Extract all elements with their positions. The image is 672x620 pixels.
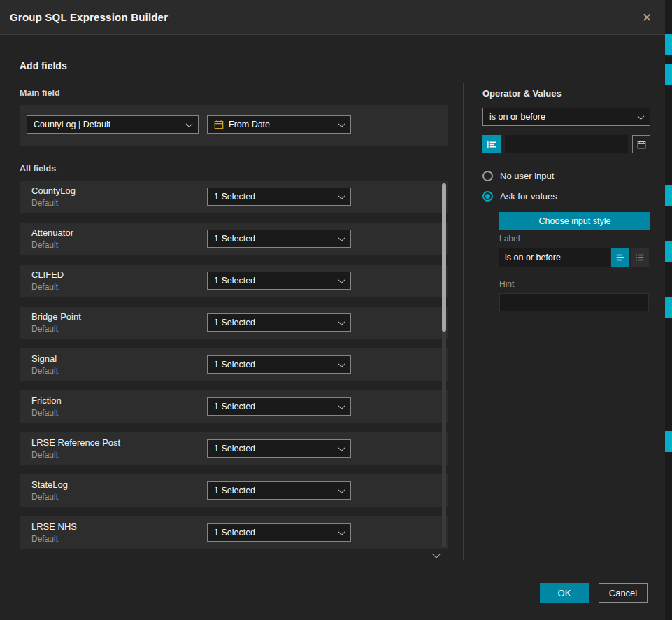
layer-select-value: CountyLog | Default: [34, 120, 110, 129]
field-row: CLIFED Default 1 Selected: [20, 265, 448, 297]
field-selected-dropdown[interactable]: 1 Selected: [207, 523, 351, 542]
hint-input-wrap: [499, 293, 649, 311]
set-from-field-icon: [487, 139, 497, 150]
field-selected-value: 1 Selected: [214, 402, 255, 411]
background-accent-fragment: [665, 431, 672, 452]
label-input[interactable]: [499, 248, 610, 267]
chevron-down-icon: [638, 113, 645, 120]
field-selected-dropdown[interactable]: 1 Selected: [207, 230, 351, 248]
background-accent-fragment: [665, 185, 672, 206]
background-accent-fragment: [665, 64, 672, 85]
chevron-down-icon: [338, 192, 345, 199]
field-row: LRSE NHS Default 1 Selected: [20, 516, 448, 549]
field-selected-dropdown[interactable]: 1 Selected: [207, 355, 351, 374]
background-app-edge: [665, 0, 672, 620]
add-fields-heading: Add fields: [20, 60, 67, 71]
calendar-icon: [637, 140, 646, 149]
field-selected-dropdown[interactable]: 1 Selected: [207, 481, 351, 500]
radio-label: No user input: [500, 171, 554, 181]
chevron-down-icon: [338, 276, 345, 283]
chevron-down-icon: [338, 120, 345, 127]
hint-input[interactable]: [499, 293, 649, 311]
value-row: [482, 135, 650, 153]
radio-unchecked-icon: [482, 171, 493, 181]
chevron-down-icon: [338, 360, 345, 367]
operator-values-panel: Operator & Values is on or before: [482, 0, 650, 620]
group-sql-expression-builder-dialog: Group SQL Expression Builder ✕ Add field…: [0, 0, 665, 620]
bulleted-list-icon: [635, 253, 645, 262]
hint-field-label: Hint: [499, 279, 514, 289]
date-picker-button[interactable]: [632, 135, 650, 153]
background-accent-fragment: [665, 34, 672, 55]
field-selected-dropdown[interactable]: 1 Selected: [207, 272, 351, 290]
value-input-wrap: [505, 135, 628, 153]
dialog-title: Group SQL Expression Builder: [10, 0, 168, 35]
label-field-label: Label: [499, 234, 520, 244]
value-input[interactable]: [505, 135, 628, 153]
main-field-panel: CountyLog | Default From Date: [20, 105, 448, 146]
field-selected-dropdown[interactable]: 1 Selected: [207, 313, 351, 332]
chevron-down-icon: [186, 120, 193, 127]
field-selected-value: 1 Selected: [214, 486, 255, 495]
all-fields-label: All fields: [20, 164, 56, 174]
field-selected-value: 1 Selected: [214, 276, 255, 286]
choose-input-style-button[interactable]: Choose input style: [499, 212, 650, 230]
chevron-down-icon: [338, 486, 345, 493]
field-row: Friction Default 1 Selected: [20, 390, 448, 423]
radio-no-user-input[interactable]: No user input: [482, 171, 554, 181]
field-selected-value: 1 Selected: [214, 528, 255, 537]
date-field-value: From Date: [229, 120, 270, 129]
field-row: StateLog Default 1 Selected: [20, 474, 448, 507]
operator-select-value: is on or before: [489, 112, 545, 122]
background-accent-fragment: [665, 297, 672, 318]
align-left-icon: [615, 253, 625, 262]
all-fields-list: CountyLog Default 1 Selected Attenuator …: [20, 181, 448, 558]
chevron-down-icon: [338, 234, 345, 241]
radio-checked-icon: [482, 191, 493, 202]
operator-values-heading: Operator & Values: [482, 88, 562, 99]
field-selected-dropdown[interactable]: 1 Selected: [207, 397, 351, 416]
main-field-label: Main field: [20, 88, 60, 98]
background-accent-fragment: [665, 241, 672, 262]
field-row: Bridge Point Default 1 Selected: [20, 307, 448, 339]
label-row: [499, 248, 649, 267]
field-selected-value: 1 Selected: [214, 234, 255, 244]
operator-select[interactable]: is on or before: [482, 108, 650, 126]
field-row: Attenuator Default 1 Selected: [20, 223, 448, 255]
chevron-down-icon: [338, 318, 345, 325]
date-field-select[interactable]: From Date: [207, 115, 351, 134]
dialog-footer: OK Cancel: [540, 583, 648, 603]
set-from-field-button[interactable]: [482, 135, 501, 153]
scrollbar-track[interactable]: [442, 183, 446, 547]
field-row: Signal Default 1 Selected: [20, 348, 448, 381]
vertical-divider: [463, 83, 464, 560]
field-selected-dropdown[interactable]: 1 Selected: [207, 439, 351, 458]
layer-select[interactable]: CountyLog | Default: [27, 115, 199, 134]
radio-label: Ask for values: [500, 191, 557, 202]
scroll-more-chevron-icon: [432, 550, 440, 558]
scrollbar-thumb[interactable]: [442, 183, 446, 332]
calendar-icon: [214, 120, 224, 129]
chevron-down-icon: [338, 528, 345, 535]
cancel-button[interactable]: Cancel: [599, 583, 648, 603]
field-row: CountyLog Default 1 Selected: [20, 181, 448, 213]
radio-ask-for-values[interactable]: Ask for values: [482, 191, 557, 202]
ok-button[interactable]: OK: [540, 583, 589, 603]
field-selected-value: 1 Selected: [214, 444, 255, 453]
field-selected-dropdown[interactable]: 1 Selected: [207, 188, 351, 206]
field-row: LRSE Reference Post Default 1 Selected: [20, 432, 448, 465]
list-style-button[interactable]: [631, 248, 649, 267]
field-selected-value: 1 Selected: [214, 360, 255, 369]
field-selected-value: 1 Selected: [214, 318, 255, 327]
field-selected-value: 1 Selected: [214, 192, 255, 202]
chevron-down-icon: [338, 444, 345, 451]
single-line-style-button[interactable]: [611, 248, 629, 267]
chevron-down-icon: [338, 402, 345, 409]
